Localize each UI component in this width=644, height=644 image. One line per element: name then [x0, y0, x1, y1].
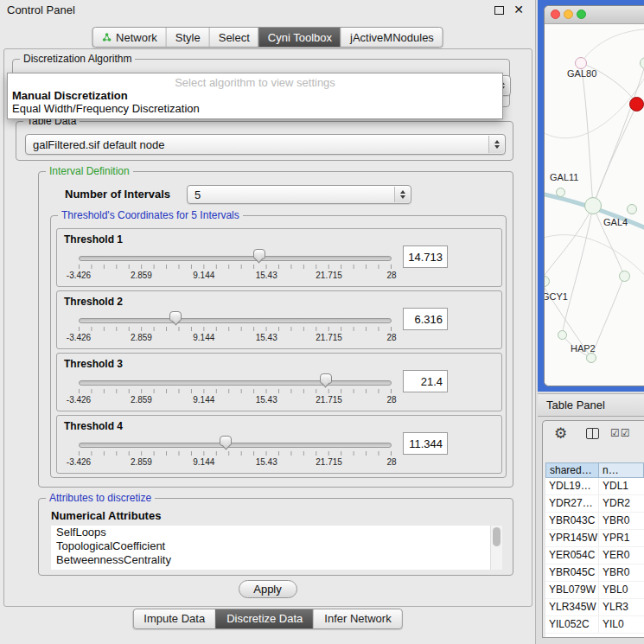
- threshold-4-slider[interactable]: -3.426 2.859 9.144 15.43 21.715 28: [79, 434, 392, 470]
- numerical-attributes-list[interactable]: SelfLoops TopologicalCoefficient Between…: [51, 526, 502, 570]
- table-header-row: shared… n…: [545, 462, 644, 478]
- slider-track[interactable]: [79, 380, 392, 386]
- table-row[interactable]: YDL19…YDL1: [545, 478, 644, 495]
- list-item[interactable]: SelfLoops: [51, 526, 502, 539]
- table-row[interactable]: YIL052CYIL0: [545, 616, 644, 634]
- group-label: Interval Definition: [46, 165, 133, 177]
- threshold-2-slider[interactable]: -3.426 2.859 9.144 15.43 21.715 28: [79, 309, 392, 346]
- columns-icon[interactable]: [586, 428, 599, 439]
- tick-label: 28: [386, 457, 396, 467]
- tab-infer-network[interactable]: Infer Network: [313, 609, 401, 628]
- cell-shared-name: YBL079W: [545, 582, 599, 598]
- threshold-3-slider[interactable]: -3.426 2.859 9.144 15.43 21.715 28: [79, 372, 392, 408]
- network-node[interactable]: [558, 330, 567, 340]
- cell-name: YBL0: [599, 582, 644, 598]
- tab-jactivemnodules[interactable]: jActiveMNodules: [341, 28, 443, 47]
- cell-name: YER0: [599, 547, 644, 564]
- table-data-combo-value: galFiltered.sif default node: [33, 138, 486, 151]
- slider-ruler: [79, 389, 392, 393]
- tab-impute-data[interactable]: Impute Data: [133, 609, 215, 628]
- apply-button[interactable]: Apply: [239, 580, 297, 598]
- slider-track[interactable]: [79, 443, 392, 448]
- cell-name: YIL0: [599, 616, 644, 633]
- table-row[interactable]: YLR345WYLR3: [545, 599, 644, 616]
- thresholds-group: Threshold's Coordinates for 5 Intervals …: [50, 215, 507, 478]
- column-header-name[interactable]: n…: [599, 462, 644, 478]
- table-row[interactable]: YPR145WYPR1: [545, 530, 644, 547]
- threshold-label: Threshold 4: [64, 420, 123, 432]
- cell-shared-name: YPR145W: [545, 530, 599, 546]
- select-columns-icon[interactable]: ☑☑: [610, 427, 631, 439]
- threshold-label: Threshold 1: [64, 233, 123, 245]
- network-window: GAL80 GAL11 GAL4 GCY1 HAP2: [544, 5, 644, 386]
- network-node[interactable]: [556, 188, 565, 197]
- network-node[interactable]: [627, 204, 637, 214]
- tick-label: 15.43: [256, 457, 277, 467]
- scrollbar-thumb[interactable]: [493, 527, 501, 546]
- table-row[interactable]: YBR045CYBR0: [545, 564, 644, 582]
- tick-label: -3.426: [67, 395, 91, 405]
- table-body: YDL19…YDL1 YDR27…YDR2 YBR043CYBR0 YPR145…: [545, 478, 644, 637]
- tick-label: 15.43: [256, 271, 277, 280]
- list-item[interactable]: BetweennessCentrality: [51, 553, 502, 567]
- popup-option-manual-discretization[interactable]: Manual Discretization: [8, 89, 502, 102]
- slider-track[interactable]: [79, 318, 392, 323]
- table-panel-title: Table Panel: [546, 399, 605, 411]
- close-traffic-light-icon[interactable]: [551, 10, 560, 19]
- tick-label: 2.859: [131, 333, 152, 342]
- tab-cyni-toolbox[interactable]: Cyni Toolbox: [258, 28, 341, 47]
- threshold-1-value-field[interactable]: 14.713: [403, 245, 448, 268]
- table-row[interactable]: YBL079WYBL0: [545, 582, 644, 599]
- threshold-2-box: Threshold 2 -3.426 2.859 9.144 15.43 21.…: [56, 290, 502, 349]
- group-label: Attributes to discretize: [46, 492, 155, 504]
- bottom-tab-bar: Impute Data Discretize Data Infer Networ…: [132, 609, 402, 629]
- list-item[interactable]: TopologicalCoefficient: [51, 539, 502, 553]
- number-of-intervals-label: Number of Intervals: [65, 188, 170, 201]
- algorithm-dropdown-popup: Select algorithm to view settings Manual…: [7, 73, 503, 119]
- network-node[interactable]: [629, 97, 644, 112]
- threshold-2-value-field[interactable]: 6.316: [403, 308, 448, 330]
- threshold-4-value-field[interactable]: 11.344: [403, 432, 448, 455]
- table-data-group: Table Data galFiltered.sif default node: [16, 121, 513, 161]
- slider-thumb[interactable]: [169, 311, 182, 327]
- slider-ruler: [79, 265, 392, 269]
- close-icon[interactable]: ✕: [513, 3, 524, 16]
- column-header-shared-name[interactable]: shared…: [545, 462, 599, 478]
- network-node[interactable]: [584, 197, 602, 214]
- network-node-label: GAL11: [550, 172, 578, 182]
- slider-thumb[interactable]: [320, 373, 332, 389]
- table-data-combo[interactable]: galFiltered.sif default node: [25, 134, 506, 155]
- slider-thumb[interactable]: [253, 249, 265, 265]
- tick-label: 28: [386, 333, 396, 342]
- threshold-3-value-field[interactable]: 21.4: [403, 370, 448, 392]
- tab-discretize-data[interactable]: Discretize Data: [215, 609, 313, 628]
- tick-label: 21.715: [316, 457, 342, 467]
- threshold-1-slider[interactable]: -3.426 2.859 9.144 15.43 21.715 28: [79, 247, 392, 284]
- tick-label: 21.715: [316, 333, 342, 342]
- scrollbar[interactable]: [490, 526, 502, 570]
- table-row[interactable]: YER054CYER0: [545, 547, 644, 564]
- network-node[interactable]: [586, 353, 596, 363]
- tab-style[interactable]: Style: [166, 28, 209, 47]
- tab-select[interactable]: Select: [209, 28, 258, 47]
- number-of-intervals-value: 5: [194, 188, 392, 201]
- network-node[interactable]: [575, 57, 587, 69]
- number-of-intervals-combo[interactable]: 5: [187, 185, 411, 204]
- tab-network[interactable]: Network: [92, 28, 166, 47]
- table-row[interactable]: YBR043CYBR0: [545, 513, 644, 530]
- panel-title: Control Panel: [7, 3, 75, 16]
- popup-option-equal-width-frequency[interactable]: Equal Width/Frequency Discretization: [8, 102, 502, 115]
- float-window-icon[interactable]: [494, 6, 504, 15]
- zoom-traffic-light-icon[interactable]: [577, 10, 586, 19]
- network-node[interactable]: [619, 271, 630, 282]
- table-row[interactable]: YDR27…YDR2: [545, 495, 644, 513]
- gear-icon[interactable]: ⚙: [554, 424, 567, 443]
- minimize-traffic-light-icon[interactable]: [564, 10, 573, 19]
- network-canvas[interactable]: GAL80 GAL11 GAL4 GCY1 HAP2: [545, 24, 644, 386]
- cell-shared-name: YBR045C: [545, 564, 599, 581]
- tick-label: 2.859: [131, 457, 152, 467]
- slider-track[interactable]: [79, 256, 392, 261]
- cell-shared-name: YDR27…: [545, 495, 599, 512]
- slider-thumb[interactable]: [220, 436, 232, 451]
- network-icon: [101, 32, 112, 42]
